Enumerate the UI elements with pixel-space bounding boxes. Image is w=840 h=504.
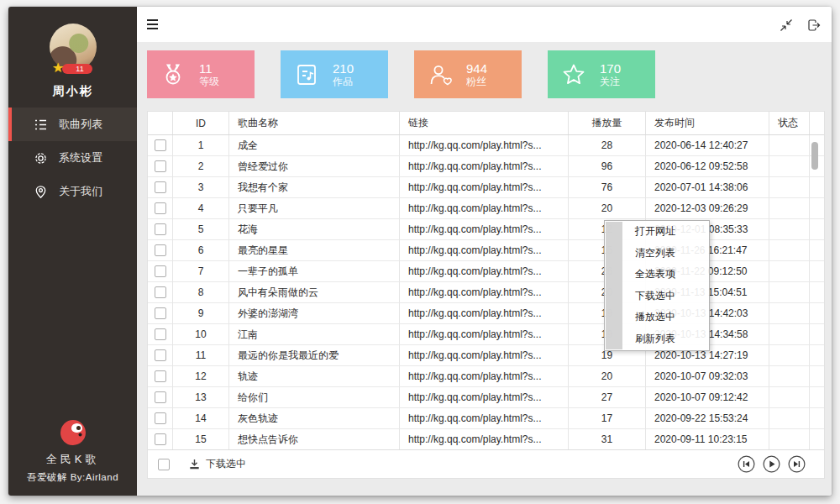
table-row[interactable]: 7一辈子的孤单http://kg.qq.com/play.html?s...26… <box>148 261 824 282</box>
sidebar-item-1[interactable]: 系统设置 <box>8 141 137 175</box>
row-checkbox[interactable] <box>155 412 166 424</box>
table-row[interactable]: 5花海http://kg.qq.com/play.html?s...122020… <box>148 219 824 240</box>
cell-status <box>769 429 810 449</box>
context-menu-item-0[interactable]: 打开网址 <box>605 221 709 243</box>
row-checkbox[interactable] <box>155 265 166 277</box>
row-checkbox[interactable] <box>155 286 166 298</box>
row-checkbox[interactable] <box>155 349 166 361</box>
context-menu-item-5[interactable]: 刷新列表 <box>605 328 709 350</box>
cell-id: 12 <box>173 366 229 386</box>
cell-status <box>769 345 810 365</box>
table-row[interactable]: 9外婆的澎湖湾http://kg.qq.com/play.html?s...19… <box>148 303 824 324</box>
cell-time: 2020-12-03 09:26:29 <box>646 198 769 218</box>
cell-link[interactable]: http://kg.qq.com/play.html?s... <box>400 240 569 260</box>
cell-id: 10 <box>173 324 229 344</box>
context-menu-item-1[interactable]: 清空列表 <box>605 243 709 265</box>
context-menu-item-2[interactable]: 全选表项 <box>605 264 709 286</box>
row-checkbox[interactable] <box>155 244 166 256</box>
cell-link[interactable]: http://kg.qq.com/play.html?s... <box>400 408 569 428</box>
cell-link[interactable]: http://kg.qq.com/play.html?s... <box>400 282 569 302</box>
play-button[interactable] <box>763 455 780 473</box>
cell-link[interactable]: http://kg.qq.com/play.html?s... <box>400 177 569 197</box>
row-checkbox[interactable] <box>155 370 166 382</box>
download-selected-button[interactable]: 下载选中 <box>188 457 246 471</box>
cell-plays: 28 <box>569 135 646 155</box>
cell-name: 轨迹 <box>229 366 400 386</box>
row-checkbox[interactable] <box>155 433 166 445</box>
row-checkbox[interactable] <box>155 202 166 214</box>
cell-status <box>769 156 810 176</box>
select-all-checkbox[interactable] <box>158 459 170 470</box>
cell-name: 江南 <box>229 324 400 344</box>
table-row[interactable]: 13给你们http://kg.qq.com/play.html?s...2720… <box>148 387 824 408</box>
star-icon: ★ <box>52 60 64 76</box>
cell-link[interactable]: http://kg.qq.com/play.html?s... <box>400 324 569 344</box>
row-checkbox[interactable] <box>155 328 166 340</box>
download-selected-label: 下载选中 <box>206 457 246 471</box>
cell-link[interactable]: http://kg.qq.com/play.html?s... <box>400 156 569 176</box>
cell-link[interactable]: http://kg.qq.com/play.html?s... <box>400 198 569 218</box>
cell-status <box>769 366 810 386</box>
cell-checkbox <box>148 156 173 176</box>
table-row[interactable]: 11最远的你是我最近的爱http://kg.qq.com/play.html?s… <box>148 345 824 366</box>
table-row[interactable]: 10江南http://kg.qq.com/play.html?s...19202… <box>148 324 824 345</box>
username: 周小彬 <box>8 84 137 99</box>
row-checkbox[interactable] <box>155 307 166 319</box>
hamburger-menu-icon[interactable] <box>145 18 160 31</box>
credit-text: 吾爱破解 By:Airland <box>8 471 137 484</box>
cell-checkbox <box>148 240 173 260</box>
level-badge: 11 ★ <box>52 62 96 76</box>
cell-name: 只要平凡 <box>229 198 400 218</box>
table-row[interactable]: 14灰色轨迹http://kg.qq.com/play.html?s...172… <box>148 408 824 429</box>
cell-link[interactable]: http://kg.qq.com/play.html?s... <box>400 366 569 386</box>
header-cell-4: 播放量 <box>569 112 646 134</box>
table-row[interactable]: 1成全http://kg.qq.com/play.html?s...282020… <box>148 135 824 156</box>
cell-checkbox <box>148 303 173 323</box>
cell-link[interactable]: http://kg.qq.com/play.html?s... <box>400 345 569 365</box>
stat-card-3: 170关注 <box>548 50 655 98</box>
table-row[interactable]: 6最亮的星星http://kg.qq.com/play.html?s...152… <box>148 240 824 261</box>
table-row[interactable]: 15想快点告诉你http://kg.qq.com/play.html?s...3… <box>148 429 824 450</box>
cell-link[interactable]: http://kg.qq.com/play.html?s... <box>400 387 569 407</box>
cell-link[interactable]: http://kg.qq.com/play.html?s... <box>400 135 569 155</box>
scrollbar-thumb[interactable] <box>811 142 818 170</box>
stat-card-0: 11等级 <box>147 50 255 98</box>
cell-status <box>769 198 810 218</box>
cell-checkbox <box>148 282 173 302</box>
sidebar-footer: 全民K歌 吾爱破解 By:Airland <box>8 420 137 484</box>
cell-name: 风中有朵雨做的云 <box>229 282 400 302</box>
context-menu-item-3[interactable]: 下载选中 <box>605 286 709 307</box>
stat-text: 210作品 <box>333 61 354 88</box>
table-row[interactable]: 2曾经爱过你http://kg.qq.com/play.html?s...962… <box>148 156 824 177</box>
bottom-bar: 下载选中 <box>148 449 824 478</box>
table-row[interactable]: 8风中有朵雨做的云http://kg.qq.com/play.html?s...… <box>148 282 824 303</box>
sidebar-item-label: 系统设置 <box>59 150 102 165</box>
exit-icon[interactable] <box>806 18 822 33</box>
cell-link[interactable]: http://kg.qq.com/play.html?s... <box>400 261 569 281</box>
collapse-window-icon[interactable] <box>779 18 794 33</box>
previous-track-button[interactable] <box>738 455 755 473</box>
next-track-button[interactable] <box>788 455 806 473</box>
table-row[interactable]: 4只要平凡http://kg.qq.com/play.html?s...2020… <box>148 198 824 219</box>
cell-checkbox <box>148 345 173 365</box>
row-checkbox[interactable] <box>155 160 166 172</box>
sidebar-item-2[interactable]: 关于我们 <box>8 175 137 208</box>
cell-plays: 76 <box>569 177 646 197</box>
row-checkbox[interactable] <box>155 181 166 193</box>
table-row[interactable]: 3我想有个家http://kg.qq.com/play.html?s...762… <box>148 177 824 198</box>
table-row[interactable]: 12轨迹http://kg.qq.com/play.html?s...20202… <box>148 366 824 387</box>
context-menu-item-4[interactable]: 播放选中 <box>605 307 709 328</box>
row-checkbox[interactable] <box>155 223 166 235</box>
sidebar-item-0[interactable]: 歌曲列表 <box>8 108 137 141</box>
cell-link[interactable]: http://kg.qq.com/play.html?s... <box>400 429 569 449</box>
row-checkbox[interactable] <box>155 391 166 403</box>
cell-checkbox <box>148 324 173 344</box>
cell-link[interactable]: http://kg.qq.com/play.html?s... <box>400 219 569 239</box>
fans-icon <box>428 62 453 87</box>
cell-link[interactable]: http://kg.qq.com/play.html?s... <box>400 303 569 323</box>
row-checkbox[interactable] <box>155 139 166 151</box>
main-area: 11等级210作品944粉丝170关注 ID歌曲名称链接播放量发布时间状态 1成… <box>137 7 832 496</box>
cell-plays: 31 <box>569 429 646 449</box>
cell-checkbox <box>148 429 173 449</box>
header-cell-checkbox <box>148 112 173 134</box>
